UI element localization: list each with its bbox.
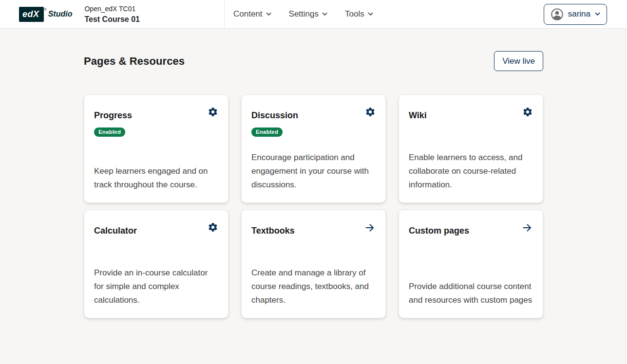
page-title-row: Pages & Resources View live [84, 51, 543, 71]
header-left: edX ® Studio Open_edX TC01 Test Course 0… [0, 0, 225, 28]
user-menu-button[interactable]: sarina [544, 4, 607, 25]
card-head: Wiki [409, 107, 533, 121]
card-title: Wiki [409, 107, 427, 121]
status-badge: Enabled [251, 127, 283, 137]
card-title: Discussion [251, 107, 298, 121]
card-progress[interactable]: Progress Enabled Keep learners engaged a… [84, 94, 228, 203]
view-live-button[interactable]: View live [494, 51, 543, 71]
card-description: Encourage participation and engagement i… [251, 151, 376, 192]
nav-tools-label: Tools [345, 9, 364, 19]
card-description: Keep learners engaged and on track throu… [94, 164, 218, 192]
nav-content-label: Content [233, 9, 263, 19]
card-head: Discussion [251, 107, 376, 121]
edx-logo-mark: edX [19, 7, 44, 22]
studio-header: edX ® Studio Open_edX TC01 Test Course 0… [0, 0, 627, 29]
status-badge: Enabled [94, 127, 125, 137]
course-info: Open_edX TC01 Test Course 01 [84, 4, 140, 24]
card-wiki[interactable]: Wiki Enable learners to access, and coll… [399, 94, 543, 203]
chevron-down-icon [322, 12, 327, 16]
card-description: Enable learners to access, and collabora… [409, 151, 533, 192]
card-title: Custom pages [409, 222, 469, 236]
studio-wordmark: Studio [48, 10, 73, 18]
course-org-number: Open_edX TC01 [84, 4, 140, 14]
person-avatar-icon [551, 8, 564, 21]
card-description: Provide additional course content and re… [409, 280, 533, 307]
arrow-forward-icon[interactable] [521, 222, 533, 234]
card-description: Create and manage a library of course re… [251, 266, 376, 307]
nav-tools-dropdown[interactable]: Tools [345, 9, 373, 19]
card-discussion[interactable]: Discussion Enabled Encourage participati… [241, 94, 386, 203]
main-nav: Content Settings Tools [225, 0, 373, 28]
chevron-down-icon [266, 12, 271, 16]
pages-resources-main: Pages & Resources View live Progress Ena… [84, 51, 543, 318]
card-title: Textbooks [251, 222, 295, 236]
card-description: Provide an in-course calculator for simp… [94, 266, 218, 307]
card-textbooks[interactable]: Textbooks Create and manage a library of… [241, 210, 386, 318]
gear-icon[interactable] [365, 107, 376, 117]
card-custom-pages[interactable]: Custom pages Provide additional course c… [399, 210, 543, 318]
course-title: Test Course 01 [84, 14, 140, 24]
card-head: Calculator [94, 222, 218, 236]
edx-studio-logo[interactable]: edX ® Studio [19, 7, 72, 22]
card-head: Progress [94, 107, 218, 121]
page-title: Pages & Resources [84, 55, 185, 68]
username-label: sarina [568, 9, 590, 19]
chevron-down-icon [595, 12, 600, 16]
card-head: Custom pages [409, 222, 533, 236]
nav-settings-dropdown[interactable]: Settings [289, 9, 327, 19]
card-grid: Progress Enabled Keep learners engaged a… [84, 94, 543, 318]
chevron-down-icon [368, 12, 373, 16]
gear-icon[interactable] [208, 222, 218, 233]
registered-mark: ® [44, 8, 47, 11]
card-calculator[interactable]: Calculator Provide an in-course calculat… [84, 210, 228, 318]
arrow-forward-icon[interactable] [364, 222, 376, 234]
nav-settings-label: Settings [289, 9, 319, 19]
gear-icon[interactable] [208, 107, 218, 117]
gear-icon[interactable] [522, 107, 533, 117]
card-title: Calculator [94, 222, 137, 236]
card-head: Textbooks [251, 222, 376, 236]
card-title: Progress [94, 107, 132, 121]
nav-content-dropdown[interactable]: Content [233, 9, 271, 19]
